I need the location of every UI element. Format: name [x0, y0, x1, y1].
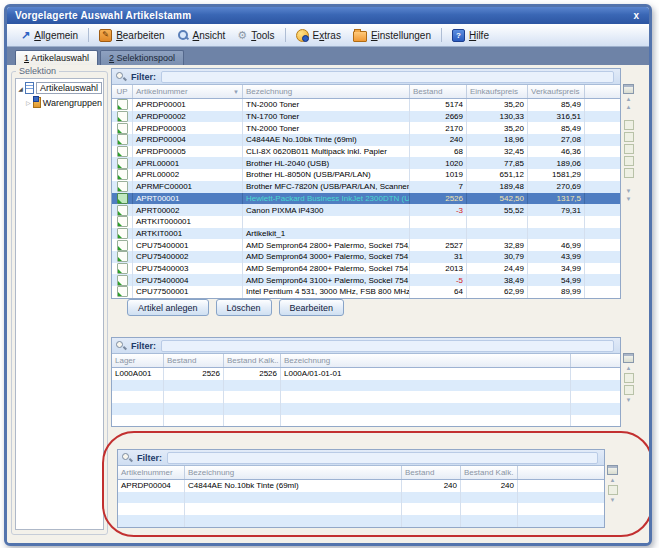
artikel-anlegen-button[interactable]: Artikel anlegen [127, 299, 209, 316]
menu-item-allgemein[interactable]: ↗ Allgemein [15, 28, 84, 43]
window-title: Vorgelagerte Auswahl Artikelstamm [15, 10, 631, 21]
table-row[interactable]: APRT00002Canon PIXMA iP4300-355,5279,31 [112, 204, 620, 216]
scroll-top-icon[interactable]: ▲ [626, 96, 632, 102]
tab-selektionspool[interactable]: 2 Selektionspool [100, 50, 184, 65]
article-status-icon [112, 122, 133, 134]
table-row[interactable]: CPU77500001Intel Pentium 4 531, 3000 MHz… [112, 286, 620, 298]
table-row[interactable]: CPU75400004AMD Sempron64 3100+ Palermo, … [112, 274, 620, 286]
menu-label: Einstellungen [371, 30, 431, 41]
filter-input[interactable] [167, 452, 598, 464]
column-header-bestand-kalk[interactable]: Bestand Kalk. [461, 466, 518, 479]
column-header-bestand-kalk[interactable]: Bestand Kalk.. [224, 354, 281, 367]
navigator-view-icon[interactable] [608, 485, 618, 495]
loeschen-button[interactable]: Löschen [216, 299, 272, 316]
table-row[interactable]: L000A00125262526L000A/01-01-01 [112, 368, 620, 380]
table-row[interactable]: APRDP00005CLI-8X 0620B011 Multipack inkl… [112, 146, 620, 158]
menu-label: Tools [251, 30, 274, 41]
table-row[interactable]: CPU75400003AMD Sempron64 2800+ Palermo, … [112, 263, 620, 275]
close-icon[interactable]: x [631, 10, 641, 21]
menu-item-tools[interactable]: ⚙ Tools [231, 28, 280, 43]
article-status-icon [112, 274, 133, 286]
table-row[interactable]: APRDP00001TN-2000 Toner517435,2085,49 [112, 99, 620, 111]
filter-label: Filter: [131, 341, 156, 351]
table-row[interactable] [112, 391, 620, 403]
title-bar: Vorgelagerte Auswahl Artikelstamm x [7, 7, 649, 24]
tree-expanded-icon[interactable]: ◢ [18, 85, 23, 92]
scroll-up-icon[interactable]: ▲ [610, 477, 616, 483]
table-row[interactable] [112, 415, 620, 427]
column-header-filler [585, 85, 620, 98]
magnifier-icon [116, 72, 126, 82]
table-row[interactable]: ARTKIT0001Artikelkit_1 [112, 228, 620, 240]
bearbeiten-button[interactable]: Bearbeiten [279, 299, 345, 316]
table-row[interactable]: ARTKIT000001 [112, 216, 620, 228]
lager-table: Filter: Lager Bestand Bestand Kalk.. Bez… [111, 337, 636, 427]
pool-filter-bar: Filter: [118, 450, 604, 466]
table-row[interactable]: APRDP00002TN-1700 Toner2669130,33316,51 [112, 111, 620, 123]
action-button-row: Artikel anlegen Löschen Bearbeiten [127, 299, 344, 316]
column-header-bezeichnung[interactable]: Bezeichnung [185, 466, 402, 479]
table-row[interactable] [112, 380, 620, 392]
table-row[interactable] [118, 515, 604, 527]
column-header-einkaufspreis[interactable]: Einkaufspreis [467, 85, 528, 98]
table-row[interactable]: CPU75400002AMD Sempron64 3000+ Palermo, … [112, 251, 620, 263]
menu-item-bearbeiten[interactable]: ✎ Bearbeiten [93, 27, 170, 44]
scroll-down-icon[interactable]: ▼ [626, 188, 632, 194]
column-header-artikelnummer[interactable]: Artikelnummer▼ [133, 85, 243, 98]
table-row[interactable]: CPU75400001AMD Sempron64 2800+ Palermo, … [112, 239, 620, 251]
table-row[interactable] [112, 403, 620, 415]
table-row[interactable]: APRMFC00001Brother MFC-7820N (USB/PAR/LA… [112, 181, 620, 193]
tab-artikelauswahl[interactable]: 1 Artikelauswahl [15, 50, 98, 65]
column-header-bestand[interactable]: Bestand [402, 466, 461, 479]
scroll-down-icon[interactable]: ▼ [610, 497, 616, 503]
menu-item-extras[interactable]: Extras [290, 27, 347, 44]
grid-navigator: ▲ ▼ [605, 449, 620, 503]
column-header-bezeichnung[interactable]: Bezeichnung [281, 354, 571, 367]
column-chooser-icon[interactable] [623, 84, 634, 94]
column-header-bezeichnung[interactable]: Bezeichnung [243, 85, 410, 98]
column-header-up[interactable]: UP [112, 85, 133, 98]
table-row[interactable] [118, 492, 604, 504]
tree-collapsed-icon[interactable]: ▷ [26, 99, 31, 106]
column-chooser-icon[interactable] [607, 465, 618, 475]
table-row-selected[interactable]: APRT00001Hewlett-Packard Business InkJet… [112, 193, 620, 205]
scroll-up-icon[interactable]: ▲ [626, 104, 632, 110]
scroll-down-icon[interactable]: ▼ [626, 397, 632, 403]
navigator-view-icon[interactable] [624, 120, 634, 130]
column-header-verkaufspreis[interactable]: Verkaufspreis [528, 85, 585, 98]
tree-item-warengruppen[interactable]: ▷ Warengruppen [16, 94, 103, 108]
table-row[interactable]: APRDP00004C4844AE No.10bk Tinte (69ml)24… [118, 480, 604, 492]
filter-input[interactable] [161, 71, 614, 83]
menu-item-hilfe[interactable]: ? Hilfe [446, 27, 495, 44]
table-row[interactable]: APRDP00004C4844AE No.10bk Tinte (69ml)24… [112, 134, 620, 146]
table-row[interactable]: APRL00001Brother HL-2040 (USB)102077,851… [112, 157, 620, 169]
navigator-view-icon[interactable] [624, 373, 634, 383]
navigator-layout-icon[interactable] [624, 385, 634, 395]
filter-input[interactable] [161, 340, 614, 352]
tree-item-artikelauswahl[interactable]: ◢ Artikelauswahl [16, 79, 103, 94]
column-chooser-icon[interactable] [623, 353, 634, 363]
scroll-up-icon[interactable]: ▲ [626, 365, 632, 371]
magnifier-document-icon [177, 29, 189, 41]
menu-item-ansicht[interactable]: Ansicht [171, 27, 232, 43]
column-header-lager[interactable]: Lager [112, 354, 164, 367]
table-row[interactable] [118, 503, 604, 515]
article-status-icon [112, 204, 133, 216]
tree-item-label: Artikelauswahl [36, 82, 102, 94]
menu-separator [441, 28, 442, 42]
column-header-bestand[interactable]: Bestand [164, 354, 224, 367]
app-window: Vorgelagerte Auswahl Artikelstamm x ↗ Al… [4, 4, 652, 546]
navigator-filter-icon[interactable] [624, 156, 634, 166]
scroll-bottom-icon[interactable]: ▼ [626, 196, 632, 202]
navigator-layout-icon[interactable] [624, 168, 634, 178]
navigator-sort-icon[interactable] [624, 144, 634, 154]
column-header-artikelnummer[interactable]: Artikelnummer [118, 466, 185, 479]
table-row[interactable]: APRDP00003TN-2000 Toner217035,2085,49 [112, 122, 620, 134]
article-status-icon [112, 263, 133, 275]
menu-item-einstellungen[interactable]: Einstellungen [347, 26, 437, 44]
column-header-bestand[interactable]: Bestand [410, 85, 467, 98]
navigator-search-icon[interactable] [624, 132, 634, 142]
magnifier-icon [122, 453, 132, 463]
article-status-icon [112, 193, 133, 205]
table-row[interactable]: APRL00002Brother HL-8050N (USB/PAR/LAN)1… [112, 169, 620, 181]
